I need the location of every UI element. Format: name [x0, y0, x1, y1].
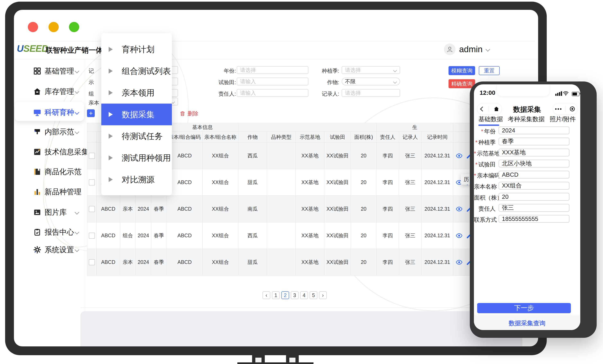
battery-icon — [572, 92, 580, 96]
trend-chart-icon — [33, 147, 42, 156]
view-icon[interactable] — [456, 259, 463, 266]
exact-search-button[interactable]: 精确查询 — [449, 79, 475, 88]
filter-label-clipped-4: 亲本 — [89, 99, 99, 106]
filter-label-year: 年份: — [207, 67, 236, 74]
footer-divider — [81, 307, 522, 308]
phone-field-season: *种植季 春季 — [474, 138, 580, 145]
sidebar-item-commercial-demo[interactable]: 商品化示范 — [14, 166, 85, 177]
phone-footer: 数据采集查询 — [474, 315, 580, 330]
crop-select[interactable]: 不限 — [342, 78, 400, 85]
data-collection-query-link[interactable]: 数据采集查询 — [474, 319, 580, 328]
phone-field-parent-name: 亲本名称 XX组合 — [474, 182, 580, 189]
phone-field-base: *示范基地 XXX基地 — [474, 149, 580, 156]
parent-code-input[interactable]: ABCD — [499, 171, 569, 178]
field-input[interactable]: 请输入 — [237, 78, 308, 85]
row-checkbox[interactable] — [89, 153, 95, 159]
col-code: 亲本/组合编码 — [167, 132, 203, 142]
col-owner: 责任人 — [376, 132, 399, 142]
tab-seed-test-data[interactable]: 考种采集数据 — [508, 115, 545, 124]
arrow-right-icon — [109, 69, 113, 73]
arrow-right-icon — [109, 134, 113, 139]
sidebar-divider — [85, 59, 85, 346]
reset-button[interactable]: 重置 — [479, 66, 500, 75]
arrow-right-icon — [109, 90, 113, 95]
row-checkbox[interactable] — [89, 206, 95, 212]
filter-label-recorder: 记录人: — [311, 90, 339, 97]
submenu-item-breeding-plan[interactable]: 育种计划 — [101, 38, 172, 60]
sidebar-item-new-variety[interactable]: 新品种管理 — [14, 186, 85, 198]
row-checkbox[interactable] — [89, 233, 95, 239]
arrow-right-icon — [109, 47, 113, 52]
clipboard-check-icon — [33, 228, 42, 237]
sidebar-item-report-center[interactable]: 报告中心 — [14, 226, 85, 238]
pagination-page-4[interactable]: 4 — [300, 291, 308, 299]
grid-icon — [33, 67, 42, 76]
phone-nav-right-capsule — [553, 103, 577, 115]
owner-input[interactable]: 请输入 — [237, 89, 308, 97]
delete-button[interactable]: 删除 — [180, 109, 198, 118]
base-input[interactable]: XXX基地 — [499, 149, 569, 156]
arrow-right-icon — [109, 112, 113, 117]
year-select[interactable]: 请选择 — [237, 66, 308, 74]
view-icon[interactable] — [456, 232, 463, 239]
area-input[interactable]: 20 — [499, 193, 569, 201]
row-checkbox[interactable] — [89, 259, 95, 265]
sidebar-item-inventory[interactable]: 库存管理 — [14, 86, 85, 97]
bottom-panel — [81, 311, 522, 346]
next-step-button[interactable]: 下一步 — [477, 303, 571, 313]
minimize-window-button[interactable] — [48, 22, 59, 32]
year-input[interactable]: 2024 — [499, 127, 569, 134]
fuzzy-search-button[interactable]: 模糊查询 — [449, 66, 475, 75]
logo-u: U — [17, 43, 23, 54]
pagination-prev[interactable]: ‹ — [263, 291, 270, 299]
row-checkbox[interactable] — [89, 179, 95, 186]
parent-name-input[interactable]: XX组合 — [499, 182, 569, 189]
user-menu[interactable]: admin — [444, 43, 489, 55]
view-icon[interactable] — [456, 152, 463, 159]
chevron-down-icon — [393, 80, 397, 83]
submenu-item-parent-requisition[interactable]: 亲本领用 — [101, 82, 172, 104]
submenu-item-compare-trace[interactable]: 对比溯源 — [101, 169, 172, 190]
subheader-divider — [14, 59, 538, 59]
pagination-next[interactable]: › — [319, 291, 327, 299]
chevron-down-icon — [75, 89, 79, 94]
trial-field-input[interactable]: 北区小块地 — [499, 160, 569, 167]
col-recorder: 记录人 — [399, 132, 421, 142]
view-icon[interactable] — [456, 206, 463, 212]
submenu-item-data-collection[interactable]: 数据采集 — [101, 104, 172, 125]
pagination-page-2[interactable]: 2 — [281, 291, 289, 299]
filter-label-clipped-3: 组 — [89, 90, 94, 97]
submenu-item-combo-test-list[interactable]: 组合测试列表 — [101, 60, 172, 82]
tab-photos-attachments[interactable]: 照片/附件 — [550, 115, 576, 124]
tab-basic-data[interactable]: 基础数据 — [478, 115, 503, 124]
close-window-button[interactable] — [28, 22, 38, 32]
submenu-item-pending-test-tasks[interactable]: 待测试任务 — [101, 125, 172, 147]
contact-input[interactable]: 18555555555 — [499, 215, 569, 223]
recorder-select[interactable]: 请选择 — [342, 89, 400, 97]
maximize-window-button[interactable] — [69, 22, 79, 32]
wifi-icon — [563, 91, 569, 96]
sidebar-item-internal-demo[interactable]: 内部示范 — [14, 126, 85, 138]
col-crop: 作物 — [238, 132, 267, 142]
more-icon[interactable] — [555, 108, 561, 110]
sidebar-item-system-settings[interactable]: 系统设置 — [14, 244, 85, 256]
filter-label-clipped-1: 记 — [89, 67, 94, 74]
sidebar-item-basic-management[interactable]: 基础管理 — [14, 65, 85, 77]
phone-notch — [497, 84, 550, 96]
table-row: ABCD组合2024春季ABCDXX组合西瓜XX基地XX试验田20李四张三202… — [87, 222, 504, 249]
filter-label-field: 试验田: — [207, 79, 236, 86]
sidebar-item-tech-info-collect[interactable]: 技术信息采集 — [14, 146, 85, 158]
add-button[interactable]: + — [87, 109, 95, 117]
submenu-item-test-seed-requisition[interactable]: 测试用种领用 — [101, 147, 172, 169]
pagination-page-3[interactable]: 3 — [291, 291, 299, 299]
season-input[interactable]: 春季 — [499, 138, 569, 145]
season-select[interactable]: 请选择 — [342, 66, 400, 74]
sidebar-item-image-library[interactable]: 图片库 — [14, 207, 85, 218]
record-icon[interactable] — [569, 106, 575, 112]
sidebar-item-research-breeding[interactable]: 科研育种 — [14, 107, 85, 118]
pagination-page-5[interactable]: 5 — [310, 291, 317, 299]
useed-logo: USEED — [17, 43, 48, 54]
arrow-right-icon — [109, 155, 113, 160]
pagination-page-1[interactable]: 1 — [272, 291, 280, 299]
owner-input-phone[interactable]: 张三 — [499, 204, 569, 212]
